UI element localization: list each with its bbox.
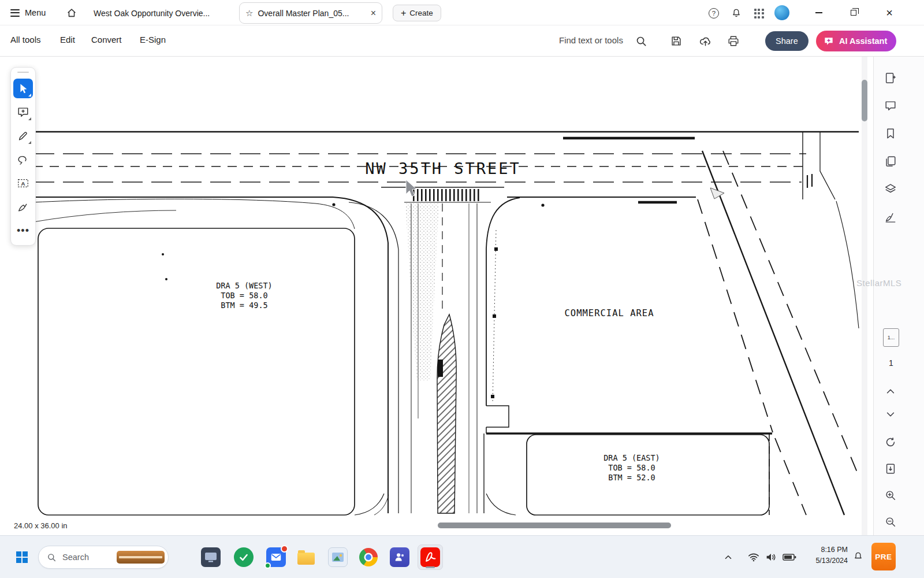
tray-wifi-button[interactable] bbox=[747, 551, 760, 564]
taskbar: Search bbox=[0, 535, 924, 578]
restore-button[interactable] bbox=[840, 0, 867, 25]
horizontal-scrollbar-thumb[interactable] bbox=[438, 523, 671, 528]
page-thumbnail-box[interactable]: 1... bbox=[883, 328, 899, 347]
export-page-button[interactable] bbox=[880, 458, 901, 480]
right-rail: 1... 1 bbox=[873, 57, 924, 535]
pen-icon bbox=[17, 129, 29, 142]
add-text-tool-button[interactable]: A bbox=[13, 173, 33, 193]
tray-notifications-button[interactable] bbox=[852, 551, 864, 562]
tray-battery-button[interactable] bbox=[782, 551, 797, 564]
battery-icon bbox=[782, 551, 797, 564]
taskbar-app-teams[interactable] bbox=[387, 544, 412, 570]
comment-tool-button[interactable] bbox=[13, 102, 33, 122]
more-tools-button[interactable]: ••• bbox=[13, 221, 33, 240]
restore-icon bbox=[851, 10, 856, 16]
taskbar-app-acrobat[interactable] bbox=[418, 544, 443, 570]
draw-tool-button[interactable] bbox=[13, 126, 33, 146]
minimize-button[interactable] bbox=[806, 0, 832, 25]
fill-sign-tool-button[interactable] bbox=[13, 197, 33, 217]
dra-west-btm: BTM = 49.5 bbox=[221, 301, 267, 310]
rotate-refresh-button[interactable] bbox=[880, 431, 901, 453]
taskbar-app-file-explorer[interactable] bbox=[293, 544, 319, 570]
hamburger-icon bbox=[10, 9, 20, 17]
save-icon bbox=[670, 35, 683, 47]
notification-badge bbox=[281, 545, 288, 553]
upload-cloud-button[interactable] bbox=[696, 32, 714, 50]
close-button[interactable]: × bbox=[876, 0, 903, 25]
panel-comments-button[interactable] bbox=[880, 95, 901, 117]
tray-date: 5/13/2024 bbox=[800, 555, 848, 566]
menu-edit[interactable]: Edit bbox=[60, 35, 75, 45]
tray-clock[interactable]: 8:16 PM 5/13/2024 bbox=[800, 544, 848, 566]
taskbar-app-mail[interactable] bbox=[263, 544, 289, 570]
next-page-button[interactable] bbox=[880, 403, 901, 425]
panel-signature-button[interactable] bbox=[880, 206, 901, 228]
windows-logo-icon bbox=[16, 551, 28, 563]
check-circle-icon bbox=[234, 547, 254, 567]
cloud-upload-icon bbox=[699, 35, 712, 48]
document-canvas[interactable]: NW 35TH STREET DRA 5 (WEST) TOB = 58.0 B… bbox=[0, 57, 873, 535]
lasso-tool-button[interactable] bbox=[13, 150, 33, 169]
comment-plus-icon bbox=[17, 106, 29, 118]
tab-west-oak-overview[interactable]: West Oak Opportunity Overvie... bbox=[88, 2, 231, 24]
save-button[interactable] bbox=[667, 32, 685, 50]
ai-assistant-button[interactable]: AI Assistant bbox=[816, 31, 896, 51]
panel-layers-button[interactable] bbox=[880, 178, 901, 200]
notifications-button[interactable] bbox=[727, 5, 746, 22]
print-button[interactable] bbox=[724, 32, 743, 50]
vertical-scrollbar-thumb[interactable] bbox=[862, 80, 867, 121]
page-size-label: 24.00 x 36.00 in bbox=[12, 521, 70, 531]
panel-bookmarks-button[interactable] bbox=[880, 123, 901, 144]
signature-pen-icon bbox=[17, 201, 29, 213]
dra-east-tob: TOB = 58.0 bbox=[608, 463, 655, 472]
menu-esign[interactable]: E-Sign bbox=[140, 35, 166, 45]
commercial-area-label: COMMERCIAL AREA bbox=[565, 308, 654, 318]
chrome-icon bbox=[359, 548, 378, 566]
menu-toolbar: All tools Edit Convert E-Sign Find text … bbox=[0, 25, 924, 57]
tray-volume-button[interactable] bbox=[765, 551, 777, 564]
app-menu-button[interactable]: Menu bbox=[7, 4, 49, 21]
menu-convert[interactable]: Convert bbox=[91, 35, 122, 45]
start-button[interactable] bbox=[9, 544, 35, 570]
share-button[interactable]: Share bbox=[765, 31, 808, 51]
zoom-in-button[interactable] bbox=[880, 484, 901, 506]
flyout-corner-icon bbox=[28, 94, 31, 97]
tab-close-icon[interactable]: × bbox=[371, 9, 376, 18]
street-label: NW 35TH STREET bbox=[365, 160, 521, 177]
taskbar-app-chrome[interactable] bbox=[356, 544, 381, 570]
print-icon bbox=[727, 35, 740, 47]
select-tool-button[interactable] bbox=[13, 79, 33, 98]
cursor-arrow-icon bbox=[17, 82, 29, 95]
mail-icon bbox=[266, 547, 286, 567]
minimize-icon bbox=[815, 12, 822, 13]
drag-handle[interactable] bbox=[17, 72, 29, 73]
tray-hidden-icons-button[interactable] bbox=[723, 552, 733, 562]
previous-page-button[interactable] bbox=[880, 380, 901, 402]
taskbar-app-photos[interactable] bbox=[325, 544, 351, 570]
taskbar-search-box[interactable]: Search bbox=[38, 546, 169, 569]
flyout-corner-icon bbox=[28, 117, 31, 120]
search-button[interactable] bbox=[632, 32, 650, 50]
tab-overall-master-plan[interactable]: ☆ Overall Master Plan_05... × bbox=[239, 2, 382, 24]
help-button[interactable]: ? bbox=[705, 5, 723, 22]
taskbar-app-todo[interactable] bbox=[231, 544, 256, 570]
panel-pages-button[interactable] bbox=[880, 150, 901, 172]
menu-label: Menu bbox=[25, 8, 46, 17]
photos-icon bbox=[328, 547, 348, 567]
panel-document-button[interactable] bbox=[880, 67, 901, 89]
find-text-label[interactable]: Find text or tools bbox=[559, 35, 623, 45]
zoom-out-button[interactable] bbox=[880, 511, 901, 533]
home-icon bbox=[66, 7, 77, 18]
taskbar-app-monitor[interactable] bbox=[198, 544, 223, 570]
create-button[interactable]: + Create bbox=[393, 5, 441, 21]
apps-grid-button[interactable] bbox=[750, 5, 768, 22]
page-thumb-label: 1... bbox=[888, 335, 895, 340]
quick-tools-rail: A ••• bbox=[10, 67, 36, 246]
wifi-icon bbox=[747, 551, 760, 564]
menu-all-tools[interactable]: All tools bbox=[10, 35, 41, 45]
home-button[interactable] bbox=[62, 4, 81, 21]
vertical-scrollbar-track[interactable] bbox=[862, 57, 867, 535]
ai-sparkle-icon bbox=[823, 35, 834, 47]
star-icon[interactable]: ☆ bbox=[245, 8, 253, 18]
profile-avatar[interactable] bbox=[774, 5, 789, 20]
